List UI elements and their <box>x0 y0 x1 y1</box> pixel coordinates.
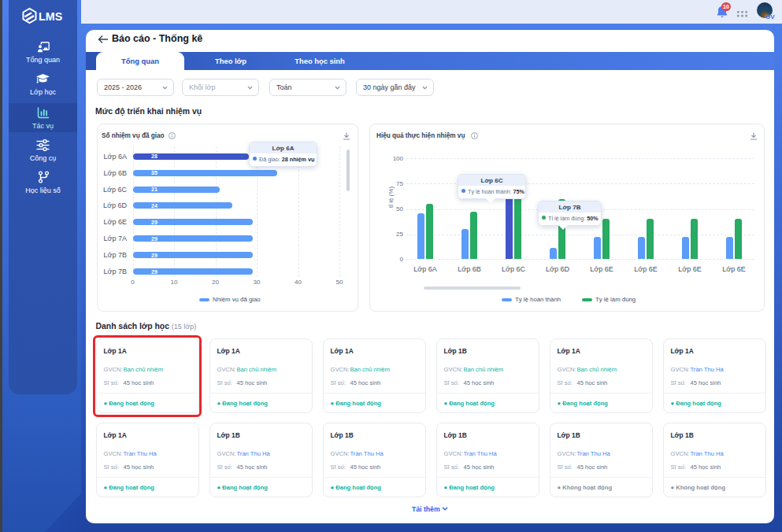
svg-text:LMS: LMS <box>39 10 62 23</box>
